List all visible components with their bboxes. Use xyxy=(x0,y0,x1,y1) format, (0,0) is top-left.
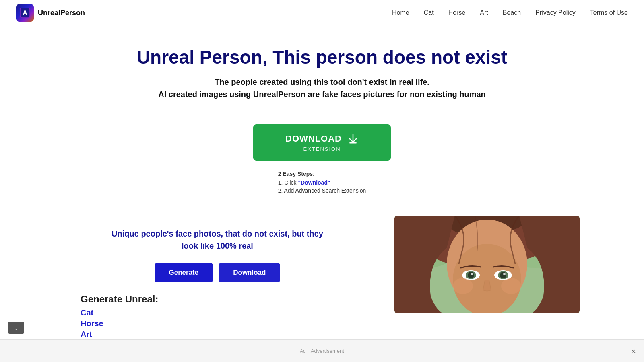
svg-point-28 xyxy=(453,278,473,294)
steps-section: 2 Easy Steps: 1. Click "Download" 2. Add… xyxy=(278,171,366,195)
step-2: 2. Add Advanced Search Extension xyxy=(278,187,366,194)
scroll-down-indicator[interactable]: ⌄ xyxy=(8,322,24,334)
svg-point-27 xyxy=(503,273,506,275)
svg-point-29 xyxy=(501,278,521,294)
svg-point-23 xyxy=(471,273,473,275)
hero-section: Unreal Person, This person does not exis… xyxy=(0,26,644,108)
generate-unreal-label: Generate Unreal: xyxy=(80,294,158,304)
download-ext-btn-label: DOWNLOAD xyxy=(285,134,342,144)
hero-subtitle-line1: The people created using this tool don't… xyxy=(16,76,628,88)
person-image-panel xyxy=(394,216,580,313)
svg-rect-3 xyxy=(349,142,357,144)
chevron-down-icon: ⌄ xyxy=(14,325,19,331)
brand-logo-link[interactable]: A UnrealPerson xyxy=(16,4,85,22)
nav-links: Home Cat Horse Art Beach Privacy Policy … xyxy=(392,9,628,16)
hero-title: Unreal Person, This person does not exis… xyxy=(16,46,628,68)
logo-svg: A xyxy=(19,7,31,19)
person-image-svg xyxy=(394,216,580,313)
unreal-link-horse[interactable]: Horse xyxy=(80,319,370,328)
download-ext-btn-top: DOWNLOAD xyxy=(285,133,359,144)
unreal-link-art[interactable]: Art xyxy=(80,330,370,339)
step-1: 1. Click "Download" xyxy=(278,179,366,186)
download-ext-btn-sublabel: EXTENSION xyxy=(303,146,341,152)
svg-point-22 xyxy=(468,272,474,278)
main-content: Unique people's face photos, that do not… xyxy=(40,200,604,355)
ad-close-button[interactable]: ✕ xyxy=(631,347,636,355)
generate-unreal-section: Generate Unreal: Cat Horse Art xyxy=(64,294,370,339)
left-tagline: Unique people's face photos, that do not… xyxy=(105,228,330,252)
unreal-links: Cat Horse Art xyxy=(80,308,370,339)
nav-beach[interactable]: Beach xyxy=(503,9,521,16)
download-arrow-icon xyxy=(347,133,359,144)
generate-unreal-title: Generate Unreal: xyxy=(80,294,370,305)
ad-label: Ad xyxy=(300,348,306,354)
brand-name: UnrealPerson xyxy=(38,9,85,17)
download-button[interactable]: Download xyxy=(219,263,280,282)
ad-banner: Ad Advertisement ✕ xyxy=(0,339,644,362)
hero-subtitle-line2: AI created images using UnrealPerson are… xyxy=(16,88,628,100)
nav-home[interactable]: Home xyxy=(392,9,409,16)
hero-subtitle: The people created using this tool don't… xyxy=(16,76,628,100)
ad-content: Advertisement xyxy=(311,348,344,354)
left-panel: Unique people's face photos, that do not… xyxy=(64,216,370,339)
step1-prefix: 1. Click xyxy=(278,179,298,186)
svg-point-26 xyxy=(500,272,506,278)
generate-button[interactable]: Generate xyxy=(155,263,213,282)
nav-horse[interactable]: Horse xyxy=(448,9,466,16)
nav-cat[interactable]: Cat xyxy=(424,9,434,16)
steps-list: 1. Click "Download" 2. Add Advanced Sear… xyxy=(278,179,366,194)
download-extension-section: DOWNLOAD EXTENSION 2 Easy Steps: 1. Clic… xyxy=(0,124,644,195)
action-buttons: Generate Download xyxy=(155,263,281,282)
navbar: A UnrealPerson Home Cat Horse Art Beach … xyxy=(0,0,644,26)
brand-logo-icon: A xyxy=(16,4,34,22)
nav-privacy-policy[interactable]: Privacy Policy xyxy=(535,9,576,16)
unreal-link-cat[interactable]: Cat xyxy=(80,308,370,317)
nav-terms-of-use[interactable]: Terms of Use xyxy=(590,9,628,16)
step1-download-link[interactable]: "Download" xyxy=(298,179,330,186)
svg-text:A: A xyxy=(23,10,27,16)
download-extension-button[interactable]: DOWNLOAD EXTENSION xyxy=(253,124,391,161)
steps-title: 2 Easy Steps: xyxy=(278,171,366,177)
nav-art[interactable]: Art xyxy=(480,9,488,16)
